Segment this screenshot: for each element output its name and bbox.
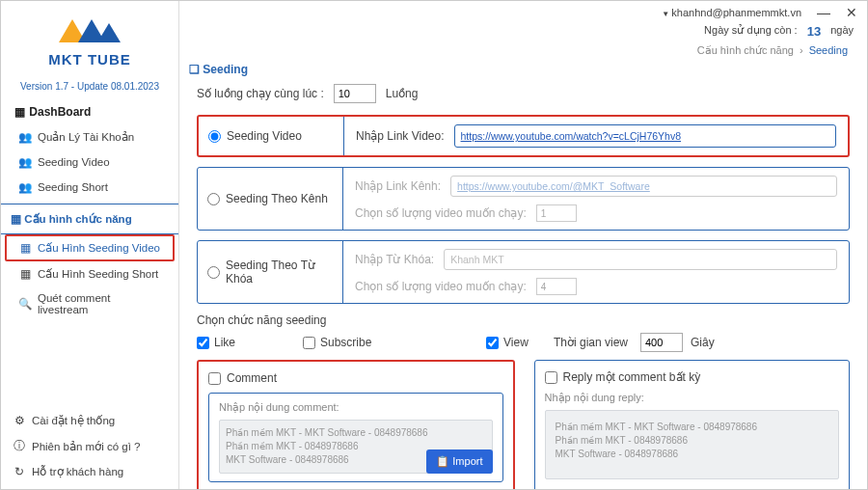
check-reply[interactable]: Reply một comment bất kỳ <box>545 370 840 384</box>
config-icon: ▦ <box>18 267 32 281</box>
days-remaining-value: 13 <box>807 24 821 39</box>
functions-label: Chọn chức năng seeding <box>197 313 850 327</box>
radio-seeding-video[interactable]: Seeding Video <box>199 117 343 155</box>
check-view[interactable]: View <box>486 336 554 349</box>
reply-textarea[interactable]: Phần mềm MKT - MKT Software - 0848978686… <box>545 410 840 479</box>
view-time-label: Thời gian view <box>554 336 640 349</box>
video-link-label: Nhập Link Video: <box>356 129 445 143</box>
option-seeding-video: Seeding Video Nhập Link Video: https://w… <box>197 115 850 157</box>
radio-seeding-channel[interactable]: Seeding Theo Kênh <box>198 168 342 230</box>
breadcrumb: Cấu hình chức năng › Seeding <box>179 41 867 61</box>
app-logo: MKT TUBE <box>1 6 178 75</box>
config-icon: ▦ <box>18 241 32 255</box>
threads-input[interactable] <box>334 84 376 103</box>
radio-seeding-keyword[interactable]: Seeding Theo Từ Khóa <box>198 241 342 303</box>
svg-marker-2 <box>97 23 121 42</box>
close-button[interactable]: ✕ <box>846 5 857 20</box>
check-like[interactable]: Like <box>197 336 303 349</box>
user-email[interactable]: khanhnd@phanmemmkt.vn <box>662 7 801 18</box>
nav-config-seeding-short[interactable]: ▦Cấu Hình Seeding Short <box>1 261 178 286</box>
import-button[interactable]: 📋 Import <box>426 449 492 474</box>
app-name: MKT TUBE <box>1 51 178 68</box>
nav-category-config: ▦ Cấu hình chức năng <box>1 204 178 234</box>
nav-config-seeding-video[interactable]: ▦Cấu Hình Seeding Video <box>5 234 175 261</box>
channel-count-input[interactable] <box>536 204 577 222</box>
nav-support[interactable]: ↻Hỗ trợ khách hàng <box>1 459 178 484</box>
support-icon: ↻ <box>13 465 26 478</box>
reply-panel: Reply một comment bất kỳ Nhập nội dung r… <box>534 360 851 489</box>
channel-count-label: Chọn số lượng video muốn chạy: <box>355 206 527 220</box>
option-seeding-keyword: Seeding Theo Từ Khóa Nhập Từ Khóa: Khanh… <box>197 240 850 304</box>
gear-icon: ⚙ <box>13 414 26 427</box>
days-remaining-label: Ngày sử dụng còn : <box>704 24 798 39</box>
channel-link-label: Nhập Link Kênh: <box>355 179 441 193</box>
nav-system-settings[interactable]: ⚙Cài đặt hệ thống <box>1 408 178 433</box>
check-comment[interactable]: Comment <box>208 371 503 385</box>
search-icon: 🔍 <box>18 297 32 311</box>
keyword-count-label: Chọn số lượng video muốn chạy: <box>355 280 527 293</box>
users-icon: 👥 <box>18 180 32 194</box>
keyword-input[interactable]: Khanh MKT <box>444 249 837 270</box>
page-title: Seeding <box>179 61 867 84</box>
version-label: Version 1.7 - Update 08.01.2023 <box>1 81 178 92</box>
minimize-button[interactable]: — <box>817 5 830 20</box>
video-link-input[interactable]: https://www.youtube.com/watch?v=cLCjH76Y… <box>454 124 836 148</box>
threads-unit: Luồng <box>386 87 419 100</box>
nav-scrape-comments[interactable]: 🔍Quét comment livestream <box>1 286 178 321</box>
reply-label: Nhập nội dung reply: <box>545 392 840 404</box>
dashboard-icon: ▦ <box>13 105 26 119</box>
main-area: khanhnd@phanmemmkt.vn — ✕ Ngày sử dụng c… <box>179 1 867 489</box>
info-icon: ⓘ <box>13 439 26 453</box>
nav-dashboard[interactable]: ▦ DashBoard <box>1 99 178 124</box>
check-subscribe[interactable]: Subscribe <box>303 336 486 349</box>
nav-seeding-short[interactable]: 👥Seeding Short <box>1 175 178 200</box>
keyword-count-input[interactable] <box>536 278 577 295</box>
threads-label: Số luồng chạy cùng lúc : <box>197 87 324 100</box>
option-seeding-channel: Seeding Theo Kênh Nhập Link Kênh: https:… <box>197 167 850 231</box>
nav-whats-new[interactable]: ⓘPhiên bản mới có gì ? <box>1 433 178 459</box>
users-icon: 👥 <box>18 155 32 169</box>
view-time-input[interactable] <box>640 333 683 352</box>
nav-seeding-video[interactable]: 👥Seeding Video <box>1 150 178 175</box>
sidebar: MKT TUBE Version 1.7 - Update 08.01.2023… <box>1 1 179 489</box>
view-time-unit: Giây <box>691 336 715 349</box>
users-icon: 👥 <box>18 130 32 144</box>
channel-link-input[interactable]: https://www.youtube.com/@MKT_Software <box>450 176 837 197</box>
days-remaining-unit: ngày <box>830 24 854 39</box>
comment-panel: Comment Nhập nội dung comment: Phần mềm … <box>197 360 515 489</box>
keyword-label: Nhập Từ Khóa: <box>355 253 434 266</box>
comment-label: Nhập nội dung comment: <box>219 401 493 414</box>
nav-accounts[interactable]: 👥Quản Lý Tài Khoản <box>1 124 178 150</box>
